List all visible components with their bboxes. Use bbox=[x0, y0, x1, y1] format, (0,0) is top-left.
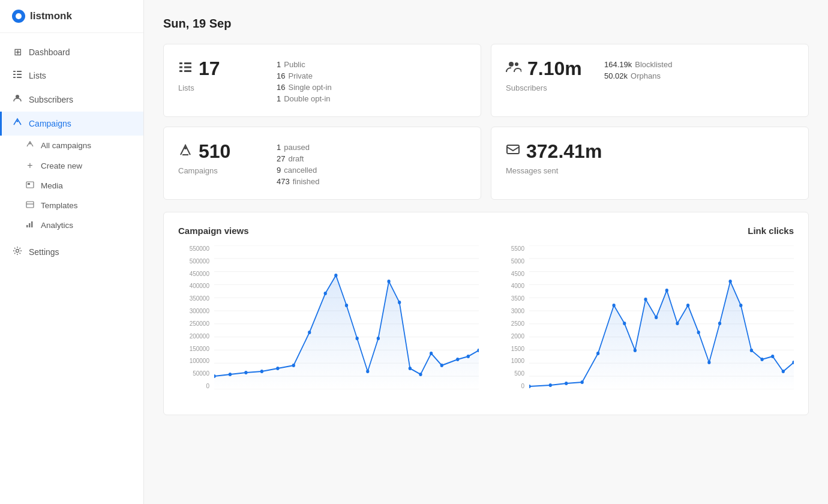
subscribers-icon bbox=[12, 94, 23, 106]
campaigns-draft-num: 27 bbox=[277, 154, 285, 163]
svg-point-46 bbox=[308, 331, 311, 334]
stat-messages-number: 372.41m bbox=[526, 140, 602, 163]
svg-point-47 bbox=[324, 292, 327, 295]
stat-lists-number: 17 bbox=[199, 58, 220, 80]
stat-subscribers-label: Subscribers bbox=[506, 83, 590, 92]
views-chart: 550000500000450000400000 350000300000250… bbox=[178, 245, 479, 401]
svg-point-44 bbox=[276, 367, 279, 370]
sidebar-item-analytics[interactable]: Analytics bbox=[0, 215, 143, 235]
svg-point-57 bbox=[430, 352, 433, 355]
stat-campaigns-details: 1paused 27draft 9cancelled 473finished bbox=[277, 140, 320, 186]
lists-icon bbox=[12, 70, 23, 82]
svg-point-89 bbox=[718, 322, 721, 325]
stat-messages-main: 372.41m Messages sent bbox=[506, 140, 602, 175]
svg-point-54 bbox=[398, 301, 401, 304]
templates-icon bbox=[25, 200, 35, 211]
sidebar-item-subscribers-label: Subscribers bbox=[29, 95, 73, 104]
stat-campaigns-main: 510 Campaigns bbox=[178, 140, 262, 175]
campaigns-cancelled-label: cancelled bbox=[284, 166, 317, 175]
analytics-icon bbox=[25, 220, 35, 230]
sidebar-item-all-campaigns[interactable]: All campaigns bbox=[0, 136, 143, 155]
svg-point-24 bbox=[515, 62, 518, 66]
logo-text: listmonk bbox=[30, 10, 72, 22]
svg-point-7 bbox=[17, 121, 19, 122]
stat-card-campaigns: 510 Campaigns 1paused 27draft 9cancelled… bbox=[163, 127, 481, 200]
logo-icon bbox=[12, 10, 25, 23]
media-icon bbox=[25, 181, 35, 191]
stat-card-lists: 17 Lists 1Public 16Private 16Single opt-… bbox=[163, 44, 481, 117]
sidebar-item-lists[interactable]: Lists bbox=[0, 64, 143, 88]
lists-public-label: Public bbox=[284, 60, 305, 69]
all-campaigns-icon bbox=[25, 140, 35, 151]
subscribers-orphans-num: 50.02k bbox=[604, 71, 628, 80]
campaigns-sub-items: All campaigns + Create new Media Templat… bbox=[0, 136, 143, 235]
svg-point-95 bbox=[782, 370, 785, 373]
svg-rect-11 bbox=[26, 202, 34, 208]
charts-section: Campaign views Link clicks 5500005000004… bbox=[163, 212, 809, 415]
svg-point-85 bbox=[676, 322, 679, 325]
subscribers-blocklisted-label: Blocklisted bbox=[635, 60, 672, 69]
svg-point-79 bbox=[612, 304, 615, 307]
campaigns-stat-icon bbox=[178, 143, 193, 161]
views-y-axis: 550000500000450000400000 350000300000250… bbox=[178, 245, 214, 389]
views-chart-title: Campaign views bbox=[178, 226, 249, 236]
svg-rect-13 bbox=[26, 225, 28, 227]
svg-point-25 bbox=[184, 147, 187, 149]
sidebar-item-dashboard[interactable]: ⊞ Dashboard bbox=[0, 40, 143, 64]
sidebar-item-campaigns[interactable]: Campaigns bbox=[0, 112, 143, 136]
dashboard-icon: ⊞ bbox=[12, 46, 23, 58]
svg-point-43 bbox=[260, 370, 263, 373]
svg-point-49 bbox=[345, 304, 348, 307]
svg-point-59 bbox=[456, 358, 459, 361]
svg-point-75 bbox=[549, 383, 552, 387]
logo[interactable]: listmonk bbox=[0, 0, 143, 33]
svg-rect-3 bbox=[17, 74, 22, 75]
sidebar-item-campaigns-label: Campaigns bbox=[29, 119, 71, 128]
lists-private-label: Private bbox=[288, 71, 312, 80]
svg-point-80 bbox=[623, 322, 626, 325]
stat-campaigns-label: Campaigns bbox=[178, 166, 262, 175]
stat-messages-label: Messages sent bbox=[506, 166, 602, 175]
lists-doubleopt-label: Double opt-in bbox=[284, 94, 330, 103]
svg-point-91 bbox=[739, 304, 742, 307]
svg-point-16 bbox=[16, 250, 19, 253]
svg-point-92 bbox=[750, 349, 753, 352]
svg-rect-14 bbox=[29, 223, 31, 227]
svg-point-83 bbox=[655, 316, 658, 319]
sidebar: listmonk ⊞ Dashboard Lists Subscribers bbox=[0, 0, 144, 504]
sidebar-item-settings[interactable]: Settings bbox=[0, 240, 143, 264]
stat-campaigns-value-row: 510 bbox=[178, 140, 262, 163]
stat-subscribers-details: 164.19kBlocklisted 50.02kOrphans bbox=[604, 58, 672, 80]
lists-stat-icon bbox=[178, 60, 193, 78]
svg-rect-1 bbox=[17, 71, 22, 72]
svg-point-48 bbox=[334, 274, 337, 277]
svg-rect-17 bbox=[179, 62, 182, 64]
sidebar-item-templates[interactable]: Templates bbox=[0, 196, 143, 215]
lists-doubleopt-num: 1 bbox=[277, 94, 281, 103]
svg-rect-9 bbox=[26, 182, 34, 188]
lists-public-num: 1 bbox=[277, 60, 281, 69]
campaigns-cancelled-num: 9 bbox=[277, 166, 281, 175]
sidebar-item-create-new[interactable]: + Create new bbox=[0, 155, 143, 176]
svg-rect-20 bbox=[184, 66, 191, 68]
svg-point-53 bbox=[387, 280, 390, 283]
clicks-chart: 5500500045004000 3500300025002000 150010… bbox=[493, 245, 794, 401]
subscribers-stat-icon bbox=[506, 60, 521, 78]
sidebar-item-lists-label: Lists bbox=[29, 71, 46, 80]
clicks-chart-canvas bbox=[529, 245, 794, 389]
svg-point-84 bbox=[665, 289, 668, 292]
sidebar-item-create-new-label: Create new bbox=[41, 161, 82, 170]
svg-rect-5 bbox=[17, 77, 22, 78]
stat-subscribers-value-row: 7.10m bbox=[506, 58, 590, 80]
svg-point-87 bbox=[697, 331, 700, 334]
svg-point-8 bbox=[29, 143, 31, 144]
sidebar-item-media[interactable]: Media bbox=[0, 176, 143, 196]
svg-point-81 bbox=[634, 349, 637, 352]
sidebar-item-settings-label: Settings bbox=[29, 247, 59, 257]
svg-rect-19 bbox=[179, 66, 182, 68]
settings-icon bbox=[12, 246, 23, 258]
create-new-icon: + bbox=[25, 160, 35, 171]
sidebar-item-subscribers[interactable]: Subscribers bbox=[0, 88, 143, 112]
svg-point-56 bbox=[419, 373, 422, 376]
svg-point-82 bbox=[644, 298, 647, 301]
